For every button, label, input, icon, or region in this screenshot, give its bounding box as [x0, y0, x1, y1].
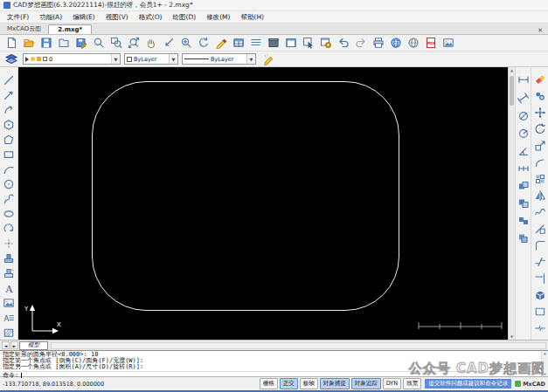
save-as-button[interactable] — [73, 36, 89, 51]
linetype-select[interactable]: ByLayer ▼ — [182, 53, 256, 65]
chevron-down-icon[interactable]: ▼ — [111, 54, 120, 64]
redraw-button[interactable] — [195, 36, 212, 51]
web-publish-button[interactable] — [405, 36, 421, 51]
table-button[interactable] — [230, 36, 246, 51]
open-folder-button[interactable] — [55, 36, 72, 51]
break-button[interactable] — [532, 253, 547, 270]
spline-button[interactable] — [2, 191, 17, 206]
window-dark-button[interactable] — [265, 36, 281, 51]
break-point-button[interactable] — [532, 320, 547, 336]
mtext-button[interactable]: A — [2, 310, 17, 325]
menu-item-help[interactable]: 帮助(H) — [235, 12, 269, 23]
zoom-window-button[interactable] — [108, 36, 124, 51]
options-button[interactable] — [317, 36, 334, 51]
toggle-ortho[interactable]: 正交 — [280, 378, 298, 389]
hatch-button[interactable] — [2, 325, 17, 340]
toggle-osnap[interactable]: 对象捕捉 — [320, 378, 350, 389]
make-block-button[interactable] — [2, 251, 17, 265]
layer-select[interactable]: 0 ▼ — [23, 53, 121, 65]
pan-button[interactable] — [142, 36, 159, 51]
new-file-button[interactable] — [3, 36, 19, 51]
match-pencil-button[interactable] — [260, 52, 276, 66]
revcloud-button[interactable] — [2, 221, 17, 236]
toggle-dyn[interactable]: DYN — [383, 378, 401, 389]
chevron-down-icon[interactable]: ▼ — [246, 54, 255, 64]
drawn-rounded-rectangle[interactable] — [92, 81, 399, 311]
command-scrollbar[interactable]: ▲▼ — [541, 351, 548, 376]
fit-spline-button[interactable] — [532, 203, 547, 220]
dim-quick-button[interactable] — [517, 177, 531, 195]
erase-button[interactable] — [532, 71, 547, 87]
color-select[interactable]: ByLayer ▼ — [124, 53, 178, 65]
dim-linear-button[interactable] — [517, 72, 531, 90]
menu-item-modify[interactable]: 修改(M) — [201, 12, 235, 23]
insert-block-button[interactable] — [2, 265, 17, 280]
canvas-vertical-scrollbar[interactable]: ▲ ▼ — [508, 67, 515, 340]
scrollbar-thumb[interactable] — [510, 76, 514, 106]
zoom-button[interactable] — [90, 36, 107, 51]
array-button[interactable] — [532, 170, 547, 187]
scale-button[interactable] — [532, 137, 547, 154]
undo-button[interactable] — [335, 36, 351, 51]
tab-model[interactable]: 模型 — [19, 341, 48, 350]
workspace-label[interactable]: MxCAD云图 — [3, 24, 48, 34]
ellipse-button[interactable] — [2, 206, 17, 221]
polygon-button[interactable] — [2, 117, 17, 132]
polyline-button[interactable] — [2, 87, 17, 102]
feedback-button[interactable]: 提交软件问题或建议和命令记录 — [425, 379, 511, 389]
line-button[interactable] — [2, 72, 17, 87]
redo-button[interactable] — [352, 36, 369, 51]
print-button[interactable] — [370, 36, 386, 51]
layout-prev-icon[interactable]: ◄ — [2, 341, 10, 349]
open-file-button[interactable] — [20, 36, 37, 51]
extend-button[interactable] — [532, 270, 547, 286]
image-insert-button[interactable] — [2, 295, 17, 310]
mirror-button[interactable] — [532, 187, 547, 203]
rectangle-button[interactable] — [2, 147, 17, 162]
dim-edit-button[interactable] — [517, 195, 531, 212]
copy-button[interactable] — [532, 87, 547, 104]
arc-button[interactable] — [2, 162, 17, 176]
menu-item-edit[interactable]: 编辑(E) — [67, 12, 101, 23]
pdf-export-button[interactable]: PDF — [422, 36, 439, 51]
layout-next-icon[interactable]: ► — [10, 341, 18, 349]
layers-button[interactable] — [3, 52, 19, 66]
dim-continue-button[interactable] — [517, 160, 531, 177]
dim-diameter-button[interactable] — [517, 107, 531, 125]
chevron-down-icon[interactable]: ▼ — [169, 54, 177, 64]
point-button[interactable] — [2, 236, 17, 251]
image-export-button[interactable] — [440, 36, 456, 51]
dim-angular-button[interactable] — [517, 142, 531, 160]
text-button[interactable]: A — [2, 280, 17, 295]
circle-button[interactable] — [2, 176, 17, 191]
zoom-in-button[interactable] — [177, 36, 194, 51]
menu-item-draw[interactable]: 绘图(D) — [168, 12, 202, 23]
dim-radius-button[interactable] — [517, 125, 531, 142]
menu-item-view[interactable]: 视图(V) — [101, 12, 134, 23]
select-button[interactable] — [300, 36, 316, 51]
menu-item-function[interactable]: 功能(A) — [34, 12, 67, 23]
toggle-polar[interactable]: 极轴 — [300, 378, 318, 389]
explode-button[interactable] — [532, 286, 547, 303]
menu-item-format[interactable]: 格式(O) — [134, 12, 168, 23]
rotate-button[interactable] — [532, 120, 547, 137]
web-button[interactable] — [387, 36, 404, 51]
save-file-button[interactable] — [38, 36, 54, 51]
zoom-extents-button[interactable] — [125, 36, 142, 51]
zoom-previous-button[interactable] — [160, 36, 177, 51]
scroll-down-icon[interactable]: ▼ — [509, 334, 515, 339]
toggle-grid[interactable]: 栅格 — [260, 378, 278, 389]
dim-update-button[interactable] — [517, 212, 531, 230]
offset-button[interactable] — [532, 154, 547, 170]
dim-aligned-button[interactable] — [517, 90, 531, 107]
canvas-horizontal-scrollbar[interactable] — [51, 342, 546, 349]
trim-button[interactable] — [532, 220, 547, 237]
command-prompt-row[interactable]: 命令: — [3, 371, 539, 378]
polyline-arc-button[interactable] — [2, 102, 17, 117]
command-window[interactable]: 指定矩形的圆角半径<0.000>: 10指定第一个角点或 [倒角(C)/圆角(F… — [0, 350, 548, 376]
scroll-up-icon[interactable]: ▲ — [509, 68, 515, 72]
draw-pencil-button[interactable] — [212, 36, 229, 51]
fillet-button[interactable] — [532, 237, 547, 253]
toggle-otrack[interactable]: 对象追踪 — [351, 378, 381, 389]
toggle-lineweight[interactable]: 线宽 — [403, 378, 421, 389]
